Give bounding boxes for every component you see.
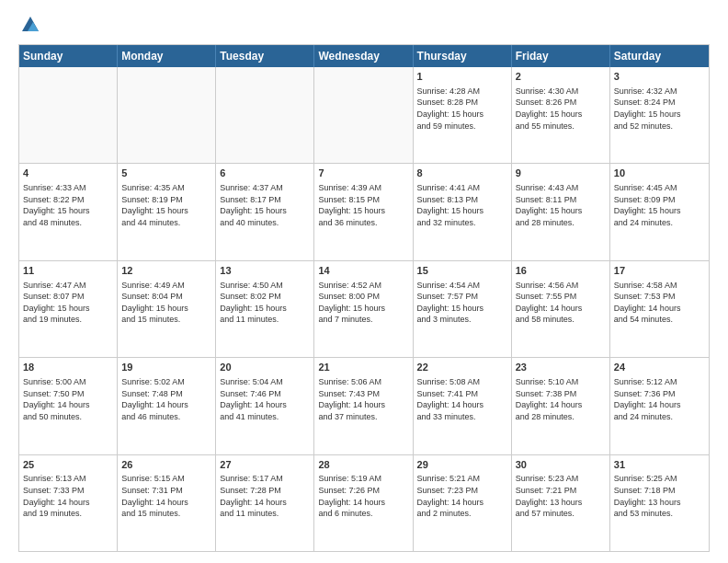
day-number: 9 — [516, 167, 606, 180]
day-detail: Sunrise: 5:15 AM Sunset: 7:31 PM Dayligh… — [121, 473, 211, 519]
day-number: 23 — [516, 361, 606, 374]
day-detail: Sunrise: 4:49 AM Sunset: 8:04 PM Dayligh… — [121, 280, 211, 326]
day-detail: Sunrise: 4:47 AM Sunset: 8:07 PM Dayligh… — [23, 280, 113, 326]
header — [18, 15, 710, 35]
day-number: 30 — [516, 458, 606, 472]
day-number: 6 — [220, 167, 310, 180]
day-cell-16: 16Sunrise: 4:56 AM Sunset: 7:55 PM Dayli… — [512, 261, 610, 357]
day-cell-23: 23Sunrise: 5:10 AM Sunset: 7:38 PM Dayli… — [512, 358, 610, 454]
day-number: 27 — [220, 458, 310, 472]
empty-cell — [216, 67, 314, 163]
day-number: 26 — [121, 458, 211, 472]
calendar-row-3: 11Sunrise: 4:47 AM Sunset: 8:07 PM Dayli… — [19, 261, 709, 358]
day-number: 16 — [516, 264, 606, 278]
day-detail: Sunrise: 5:04 AM Sunset: 7:46 PM Dayligh… — [220, 376, 310, 422]
day-number: 7 — [318, 167, 408, 180]
day-number: 8 — [417, 167, 507, 180]
day-detail: Sunrise: 4:28 AM Sunset: 8:28 PM Dayligh… — [417, 86, 507, 132]
day-detail: Sunrise: 5:08 AM Sunset: 7:41 PM Dayligh… — [417, 376, 507, 422]
day-number: 2 — [516, 70, 606, 84]
logo-icon — [20, 15, 40, 35]
day-number: 12 — [121, 264, 211, 278]
logo — [18, 15, 40, 35]
calendar-row-4: 18Sunrise: 5:00 AM Sunset: 7:50 PM Dayli… — [19, 358, 709, 454]
day-number: 29 — [417, 458, 507, 472]
day-detail: Sunrise: 4:50 AM Sunset: 8:02 PM Dayligh… — [220, 280, 310, 326]
day-cell-31: 31Sunrise: 5:25 AM Sunset: 7:18 PM Dayli… — [610, 455, 709, 551]
day-number: 20 — [220, 361, 310, 374]
calendar: SundayMondayTuesdayWednesdayThursdayFrid… — [18, 44, 710, 552]
day-cell-26: 26Sunrise: 5:15 AM Sunset: 7:31 PM Dayli… — [118, 455, 216, 551]
day-detail: Sunrise: 4:35 AM Sunset: 8:19 PM Dayligh… — [121, 182, 211, 228]
day-detail: Sunrise: 5:10 AM Sunset: 7:38 PM Dayligh… — [516, 376, 606, 422]
day-cell-30: 30Sunrise: 5:23 AM Sunset: 7:21 PM Dayli… — [512, 455, 610, 551]
day-detail: Sunrise: 5:12 AM Sunset: 7:36 PM Dayligh… — [614, 376, 705, 422]
day-cell-7: 7Sunrise: 4:39 AM Sunset: 8:15 PM Daylig… — [314, 164, 413, 259]
day-detail: Sunrise: 5:17 AM Sunset: 7:28 PM Dayligh… — [220, 473, 310, 519]
day-detail: Sunrise: 5:23 AM Sunset: 7:21 PM Dayligh… — [516, 473, 606, 519]
day-detail: Sunrise: 4:39 AM Sunset: 8:15 PM Dayligh… — [318, 182, 408, 228]
day-number: 4 — [23, 167, 113, 180]
day-cell-6: 6Sunrise: 4:37 AM Sunset: 8:17 PM Daylig… — [216, 164, 314, 259]
day-detail: Sunrise: 5:13 AM Sunset: 7:33 PM Dayligh… — [23, 473, 113, 519]
day-detail: Sunrise: 4:58 AM Sunset: 7:53 PM Dayligh… — [614, 280, 705, 326]
day-cell-24: 24Sunrise: 5:12 AM Sunset: 7:36 PM Dayli… — [610, 358, 709, 454]
day-cell-13: 13Sunrise: 4:50 AM Sunset: 8:02 PM Dayli… — [216, 261, 314, 357]
day-number: 15 — [417, 264, 507, 278]
day-cell-10: 10Sunrise: 4:45 AM Sunset: 8:09 PM Dayli… — [610, 164, 709, 259]
day-number: 1 — [417, 70, 507, 84]
page: SundayMondayTuesdayWednesdayThursdayFrid… — [0, 0, 728, 563]
day-detail: Sunrise: 4:56 AM Sunset: 7:55 PM Dayligh… — [516, 280, 606, 326]
day-number: 3 — [614, 70, 705, 84]
day-number: 31 — [614, 458, 705, 472]
day-cell-18: 18Sunrise: 5:00 AM Sunset: 7:50 PM Dayli… — [19, 358, 118, 454]
calendar-row-5: 25Sunrise: 5:13 AM Sunset: 7:33 PM Dayli… — [19, 455, 709, 551]
weekday-header-sunday: Sunday — [19, 45, 118, 67]
day-cell-29: 29Sunrise: 5:21 AM Sunset: 7:23 PM Dayli… — [414, 455, 512, 551]
day-detail: Sunrise: 4:33 AM Sunset: 8:22 PM Dayligh… — [23, 182, 113, 228]
day-cell-22: 22Sunrise: 5:08 AM Sunset: 7:41 PM Dayli… — [414, 358, 512, 454]
calendar-header: SundayMondayTuesdayWednesdayThursdayFrid… — [19, 45, 709, 67]
weekday-header-tuesday: Tuesday — [216, 45, 314, 67]
day-number: 14 — [318, 264, 408, 278]
day-number: 22 — [417, 361, 507, 374]
day-detail: Sunrise: 4:43 AM Sunset: 8:11 PM Dayligh… — [516, 182, 606, 228]
day-cell-21: 21Sunrise: 5:06 AM Sunset: 7:43 PM Dayli… — [314, 358, 413, 454]
day-number: 25 — [23, 458, 113, 472]
empty-cell — [19, 67, 118, 163]
day-cell-5: 5Sunrise: 4:35 AM Sunset: 8:19 PM Daylig… — [118, 164, 216, 259]
day-number: 28 — [318, 458, 408, 472]
day-number: 21 — [318, 361, 408, 374]
day-cell-11: 11Sunrise: 4:47 AM Sunset: 8:07 PM Dayli… — [19, 261, 118, 357]
day-number: 17 — [614, 264, 705, 278]
day-cell-20: 20Sunrise: 5:04 AM Sunset: 7:46 PM Dayli… — [216, 358, 314, 454]
day-number: 19 — [121, 361, 211, 374]
day-detail: Sunrise: 4:41 AM Sunset: 8:13 PM Dayligh… — [417, 182, 507, 228]
day-cell-17: 17Sunrise: 4:58 AM Sunset: 7:53 PM Dayli… — [610, 261, 709, 357]
day-number: 10 — [614, 167, 705, 180]
day-cell-27: 27Sunrise: 5:17 AM Sunset: 7:28 PM Dayli… — [216, 455, 314, 551]
weekday-header-monday: Monday — [118, 45, 216, 67]
day-detail: Sunrise: 5:25 AM Sunset: 7:18 PM Dayligh… — [614, 473, 705, 519]
day-cell-15: 15Sunrise: 4:54 AM Sunset: 7:57 PM Dayli… — [414, 261, 512, 357]
weekday-header-saturday: Saturday — [610, 45, 709, 67]
day-cell-25: 25Sunrise: 5:13 AM Sunset: 7:33 PM Dayli… — [19, 455, 118, 551]
day-detail: Sunrise: 4:45 AM Sunset: 8:09 PM Dayligh… — [614, 182, 705, 228]
day-detail: Sunrise: 5:21 AM Sunset: 7:23 PM Dayligh… — [417, 473, 507, 519]
day-detail: Sunrise: 4:54 AM Sunset: 7:57 PM Dayligh… — [417, 280, 507, 326]
empty-cell — [118, 67, 216, 163]
day-detail: Sunrise: 5:02 AM Sunset: 7:48 PM Dayligh… — [121, 376, 211, 422]
day-cell-19: 19Sunrise: 5:02 AM Sunset: 7:48 PM Dayli… — [118, 358, 216, 454]
weekday-header-thursday: Thursday — [414, 45, 512, 67]
calendar-row-1: 1Sunrise: 4:28 AM Sunset: 8:28 PM Daylig… — [19, 67, 709, 164]
day-cell-12: 12Sunrise: 4:49 AM Sunset: 8:04 PM Dayli… — [118, 261, 216, 357]
day-cell-3: 3Sunrise: 4:32 AM Sunset: 8:24 PM Daylig… — [610, 67, 709, 163]
day-detail: Sunrise: 4:32 AM Sunset: 8:24 PM Dayligh… — [614, 86, 705, 132]
weekday-header-friday: Friday — [512, 45, 610, 67]
day-detail: Sunrise: 5:06 AM Sunset: 7:43 PM Dayligh… — [318, 376, 408, 422]
day-detail: Sunrise: 4:30 AM Sunset: 8:26 PM Dayligh… — [516, 86, 606, 132]
day-cell-1: 1Sunrise: 4:28 AM Sunset: 8:28 PM Daylig… — [414, 67, 512, 163]
day-cell-8: 8Sunrise: 4:41 AM Sunset: 8:13 PM Daylig… — [414, 164, 512, 259]
day-number: 13 — [220, 264, 310, 278]
day-detail: Sunrise: 4:52 AM Sunset: 8:00 PM Dayligh… — [318, 280, 408, 326]
